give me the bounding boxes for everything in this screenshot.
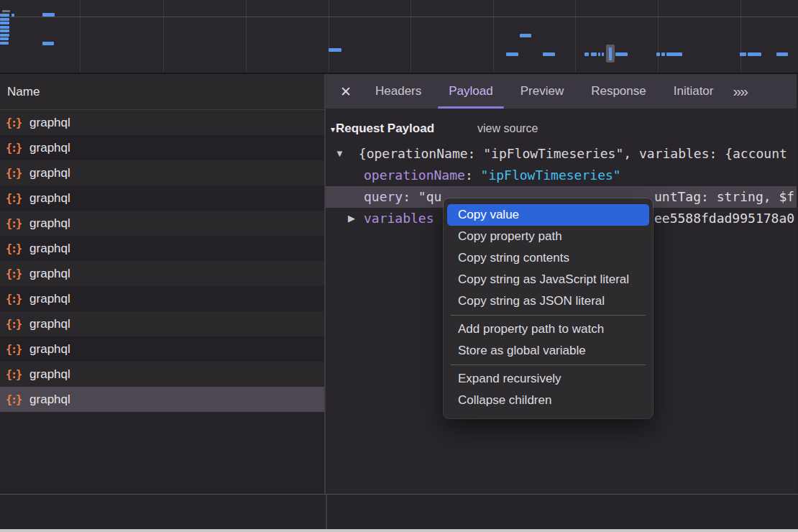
tree-expander-icon[interactable]: ▼ — [335, 143, 344, 165]
network-request-row[interactable]: {:}graphql — [0, 362, 324, 387]
payload-tree-row[interactable]: operationName: "ipFlowTimeseries" — [326, 165, 797, 186]
request-name: graphql — [29, 216, 70, 231]
network-request-row[interactable]: {:}graphql — [0, 261, 324, 286]
timeline-gridline — [329, 0, 329, 73]
detail-tabbar: ✕ HeadersPayloadPreviewResponseInitiator… — [326, 74, 797, 109]
request-name: graphql — [29, 342, 70, 357]
network-request-row[interactable]: {:}graphql — [0, 185, 324, 211]
request-name: graphql — [29, 166, 70, 180]
context-menu: Copy valueCopy property pathCopy string … — [444, 198, 653, 418]
request-timing-bar — [0, 37, 9, 40]
tree-row-text: {operationName: "ipFlowTimeseries", vari… — [351, 143, 787, 165]
request-timing-bar — [329, 48, 341, 52]
close-icon[interactable]: ✕ — [340, 83, 362, 100]
more-tabs-icon[interactable]: »» — [733, 83, 746, 100]
request-timing-bar — [543, 52, 555, 56]
tab-preview[interactable]: Preview — [507, 74, 577, 109]
tree-expander-icon[interactable]: ▶ — [348, 208, 355, 229]
menu-item-collapse-children[interactable]: Collapse children — [444, 390, 653, 411]
request-timing-bar — [666, 52, 682, 56]
network-request-row[interactable]: {:}graphql — [0, 236, 324, 261]
menu-item-copy-value[interactable]: Copy value — [447, 204, 649, 226]
footer-area — [0, 494, 798, 529]
json-file-icon: {:} — [6, 217, 21, 230]
timeline-gridline — [80, 0, 81, 73]
request-payload-section-header: ▾ Request Payload view source — [326, 109, 797, 143]
request-name: graphql — [29, 116, 70, 130]
request-name: graphql — [29, 242, 70, 256]
timeline-gridline — [411, 0, 411, 73]
request-timing-bar — [584, 52, 589, 56]
tab-headers[interactable]: Headers — [362, 74, 435, 109]
devtools-window: Name {:}graphql{:}graphql{:}graphql{:}gr… — [0, 0, 798, 532]
network-request-row[interactable]: {:}graphql — [0, 387, 324, 412]
request-timing-bar — [0, 18, 9, 21]
network-request-row[interactable]: {:}graphql — [0, 135, 324, 160]
tab-response[interactable]: Response — [577, 74, 660, 109]
request-name: graphql — [29, 317, 70, 331]
request-timing-bar — [661, 52, 665, 56]
view-source-link[interactable]: view source — [477, 122, 538, 135]
json-file-icon: {:} — [6, 368, 21, 381]
network-overview-timeline[interactable] — [0, 0, 798, 74]
request-timing-bar — [0, 29, 9, 32]
network-request-row[interactable]: {:}graphql — [0, 160, 324, 185]
request-timing-bar — [740, 52, 746, 56]
request-timing-bar — [0, 34, 9, 37]
request-timing-bar — [615, 52, 628, 56]
timeline-gridline — [575, 0, 576, 73]
window-bottom-edge — [0, 529, 798, 532]
network-request-row[interactable]: {:}graphql — [0, 311, 324, 336]
menu-item-copy-string-as-json-literal[interactable]: Copy string as JSON literal — [444, 290, 653, 312]
request-timing-bar — [2, 10, 10, 12]
tab-initiator[interactable]: Initiator — [660, 74, 728, 109]
request-list-panel: Name {:}graphql{:}graphql{:}graphql{:}gr… — [0, 74, 326, 494]
menu-divider — [451, 315, 646, 316]
network-request-row[interactable]: {:}graphql — [0, 211, 324, 236]
json-file-icon: {:} — [6, 267, 21, 280]
network-panel: Name {:}graphql{:}graphql{:}graphql{:}gr… — [0, 74, 798, 494]
request-timing-bar — [12, 14, 14, 17]
request-timing-bar — [506, 52, 518, 56]
timeline-gridline — [740, 0, 741, 73]
timeline-gridline — [493, 0, 494, 73]
request-timing-bar — [602, 52, 604, 56]
network-request-row[interactable]: {:}graphql — [0, 110, 324, 135]
section-expander-icon[interactable]: ▾ — [331, 124, 335, 134]
request-timing-bar — [591, 52, 597, 56]
menu-item-copy-string-contents[interactable]: Copy string contents — [444, 247, 653, 269]
request-list: {:}graphql{:}graphql{:}graphql{:}graphql… — [0, 110, 324, 412]
timeline-gridline — [163, 0, 164, 73]
network-request-row[interactable]: {:}graphql — [0, 286, 324, 311]
timeline-gridline — [658, 0, 659, 73]
payload-tree-row[interactable]: ▼ {operationName: "ipFlowTimeseries", va… — [326, 143, 797, 165]
request-timing-bar — [776, 52, 788, 56]
json-file-icon: {:} — [6, 343, 21, 356]
network-request-row[interactable]: {:}graphql — [0, 336, 324, 362]
menu-item-expand-recursively[interactable]: Expand recursively — [444, 368, 653, 390]
request-name: graphql — [29, 393, 70, 407]
request-timing-bar — [42, 42, 54, 45]
timeline-gridline — [246, 0, 247, 73]
tree-row-text: operationName: "ipFlowTimeseries" — [364, 165, 621, 186]
json-file-icon: {:} — [6, 393, 21, 406]
menu-item-store-as-global-variable[interactable]: Store as global variable — [444, 340, 653, 362]
tree-row-text: variables — [364, 208, 434, 229]
panel-divider — [326, 495, 327, 529]
request-name: graphql — [29, 191, 70, 206]
tree-row-text: query: "qu — [364, 186, 441, 208]
menu-item-copy-property-path[interactable]: Copy property path — [444, 226, 653, 247]
menu-item-copy-string-as-javascript-literal[interactable]: Copy string as JavaScript literal — [444, 269, 653, 290]
request-timing-bar — [0, 22, 9, 24]
name-column-header[interactable]: Name — [0, 74, 324, 110]
json-file-icon: {:} — [6, 116, 21, 129]
detail-tabs: HeadersPayloadPreviewResponseInitiator — [362, 74, 727, 109]
tab-payload[interactable]: Payload — [435, 74, 506, 109]
request-name: graphql — [29, 141, 70, 155]
section-title: Request Payload — [336, 121, 434, 136]
menu-divider — [451, 364, 646, 365]
request-timing-bar — [598, 52, 600, 56]
request-timing-bar — [748, 52, 761, 56]
request-timing-bar — [0, 14, 9, 17]
menu-item-add-property-path-to-watch[interactable]: Add property path to watch — [444, 318, 653, 340]
